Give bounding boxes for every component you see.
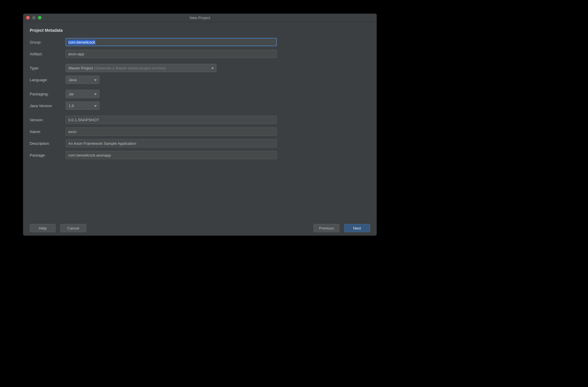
description-label: Description: (30, 141, 66, 146)
artifact-input[interactable]: axon-app (66, 50, 277, 58)
type-select[interactable]: Maven Project (Generate a Maven based pr… (66, 64, 216, 72)
version-label: Version: (30, 118, 66, 122)
previous-button[interactable]: Previous (314, 224, 339, 232)
cancel-button[interactable]: Cancel (60, 224, 86, 232)
package-label: Package: (30, 153, 66, 157)
java-version-select-value: 1.8 (69, 104, 74, 108)
next-button[interactable]: Next (344, 224, 370, 232)
packaging-select-value: Jar (69, 92, 74, 96)
packaging-select[interactable]: Jar (66, 90, 99, 98)
group-label: Group: (30, 40, 66, 44)
group-input[interactable]: com.benwilcock (66, 38, 277, 46)
minimize-icon[interactable] (32, 16, 36, 19)
java-version-label: Java Version: (30, 104, 66, 108)
version-input-value: 0.0.1-SNAPSHOT (68, 118, 99, 122)
chevron-down-icon (94, 78, 97, 82)
artifact-label: Artifact: (30, 52, 66, 56)
name-label: Name: (30, 129, 66, 134)
type-label: Type: (30, 66, 66, 70)
type-select-hint: (Generate a Maven based project archive) (94, 66, 166, 70)
description-input[interactable]: An Axon Framework Sample Application (66, 139, 277, 147)
package-input-value: com.benwilcock.axonapp (68, 153, 111, 157)
java-version-select[interactable]: 1.8 (66, 102, 99, 110)
description-input-value: An Axon Framework Sample Application (68, 141, 136, 146)
section-header: Project Metadata (30, 28, 370, 33)
chevron-down-icon (211, 66, 214, 70)
language-label: Language: (30, 78, 66, 82)
package-input[interactable]: com.benwilcock.axonapp (66, 151, 277, 159)
new-project-dialog: New Project Project Metadata Group: com.… (23, 14, 377, 236)
name-input[interactable]: axon (66, 127, 277, 136)
version-input[interactable]: 0.0.1-SNAPSHOT (66, 116, 277, 124)
packaging-label: Packaging: (30, 92, 66, 96)
group-input-value: com.benwilcock (68, 40, 95, 45)
maximize-icon[interactable] (38, 16, 41, 19)
type-select-value: Maven Project (69, 66, 93, 70)
help-button[interactable]: Help (30, 224, 56, 232)
dialog-content: Project Metadata Group: com.benwilcock A… (23, 22, 377, 221)
dialog-footer: Help Cancel Previous Next (23, 221, 377, 235)
name-input-value: axon (68, 129, 76, 134)
close-icon[interactable] (26, 16, 30, 19)
window-controls (26, 16, 41, 19)
language-select-value: Java (69, 78, 76, 82)
language-select[interactable]: Java (66, 76, 99, 84)
window-title: New Project (23, 16, 377, 20)
chevron-down-icon (94, 92, 97, 96)
chevron-down-icon (94, 104, 97, 108)
titlebar: New Project (23, 14, 377, 22)
artifact-input-value: axon-app (68, 52, 84, 56)
